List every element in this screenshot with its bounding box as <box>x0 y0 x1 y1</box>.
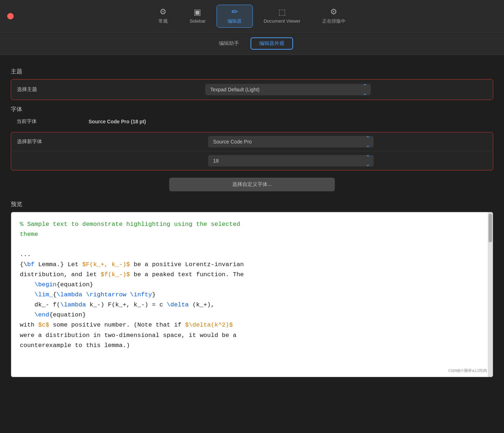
watermark: CSDN@小脑斧all吃肉 <box>448 368 487 374</box>
sidebar-icon: ▣ <box>194 8 201 16</box>
preview-scrollbar[interactable] <box>488 212 493 377</box>
preview-line-1: theme <box>20 229 484 240</box>
typesetting-icon: ⚙ <box>330 8 337 16</box>
preview-line-3: ... <box>20 250 484 260</box>
font-name-select[interactable]: Source Code Pro Menlo Monaco Courier New <box>208 136 374 147</box>
current-font-row: 当前字体 Source Code Pro (18 pt) <box>11 115 493 128</box>
theme-select[interactable]: Texpad Default (Light) Texpad Default (D… <box>205 84 371 95</box>
general-icon: ⚙ <box>159 8 167 16</box>
preview-line-5: distribution, and let $f(k_-)$ be a peak… <box>20 270 484 280</box>
nav-tabs: ⚙ 常规 ▣ Sidebar ✏ 编辑器 ⬚ Document Viewer ⚙… <box>148 5 356 28</box>
nav-tab-general[interactable]: ⚙ 常规 <box>148 5 179 27</box>
font-select-wrapper-outer: Source Code Pro Menlo Monaco Courier New… <box>95 136 487 147</box>
titlebar: ⚙ 常规 ▣ Sidebar ✏ 编辑器 ⬚ Document Viewer ⚙… <box>0 0 504 32</box>
preview-line-4: {\bf Lemma.} Let $F(k_+, k_-)$ be a posi… <box>20 260 484 270</box>
custom-font-button[interactable]: 选择自定义字体... <box>169 178 335 191</box>
theme-row: 选择主题 Texpad Default (Light) Texpad Defau… <box>11 79 493 100</box>
preview-line-9: \end{equation} <box>20 310 484 320</box>
preview-line-7: \lim_{\lambda \rightarrow \infty} <box>20 290 484 300</box>
font-size-select-container: 10 12 14 16 18 20 24 ⌃⌄ <box>208 155 374 167</box>
font-controls-box: 选择新字体 Source Code Pro Menlo Monaco Couri… <box>11 132 493 170</box>
theme-select-container: Texpad Default (Light) Texpad Default (D… <box>205 84 371 95</box>
preview-line-2 <box>20 240 484 250</box>
nav-tab-typesetting[interactable]: ⚙ 正在排版中 <box>311 5 356 27</box>
font-size-control: 10 12 14 16 18 20 24 ⌃⌄ <box>95 155 487 167</box>
preview-line-11: were a distribution in two-dimensional s… <box>20 331 484 341</box>
docviewer-icon: ⬚ <box>278 8 286 16</box>
current-font-value: Source Code Pro (18 pt) <box>89 119 146 124</box>
preview-box: % Sample text to demonstrate highlightin… <box>11 212 493 377</box>
preview-line-12: counterexample to this lemma.) <box>20 341 484 351</box>
main-content: 主题 选择主题 Texpad Default (Light) Texpad De… <box>0 55 504 384</box>
new-font-row: 选择新字体 Source Code Pro Menlo Monaco Couri… <box>11 132 493 151</box>
preview-section: 预览 % Sample text to demonstrate highligh… <box>11 201 493 377</box>
theme-select-wrapper: Texpad Default (Light) Texpad Default (D… <box>89 84 487 95</box>
preview-line-10: with $c$ some positive number. (Note tha… <box>20 320 484 330</box>
preview-line-0: % Sample text to demonstrate highlightin… <box>20 219 484 229</box>
new-font-label: 选择新字体 <box>17 138 89 145</box>
preview-line-8: dk_- f(\lambda k_-) F(k_+, k_-) = c \del… <box>20 300 484 310</box>
subtab-appearance[interactable]: 编辑器外观 <box>251 37 293 50</box>
theme-section-title: 主题 <box>11 68 493 76</box>
font-section-title: 字体 <box>11 106 493 113</box>
current-font-label: 当前字体 <box>17 118 89 125</box>
traffic-light-close[interactable] <box>7 13 14 19</box>
theme-row-label: 选择主题 <box>17 86 89 93</box>
font-size-select[interactable]: 10 12 14 16 18 20 24 <box>208 155 374 167</box>
subtabs-bar: 编辑助手 编辑器外观 <box>0 32 504 55</box>
preview-line-6: \begin{equation} <box>20 280 484 290</box>
preview-section-title: 预览 <box>11 201 493 208</box>
preview-scrollbar-thumb <box>489 214 492 242</box>
font-select-container: Source Code Pro Menlo Monaco Courier New… <box>208 136 374 147</box>
nav-tab-sidebar[interactable]: ▣ Sidebar <box>179 5 216 27</box>
subtab-assistant[interactable]: 编辑助手 <box>211 38 247 49</box>
font-size-row: 10 12 14 16 18 20 24 ⌃⌄ <box>11 151 493 170</box>
editor-icon: ✏ <box>231 8 238 16</box>
nav-tab-docviewer[interactable]: ⬚ Document Viewer <box>253 5 311 27</box>
nav-tab-editor[interactable]: ✏ 编辑器 <box>216 5 253 28</box>
